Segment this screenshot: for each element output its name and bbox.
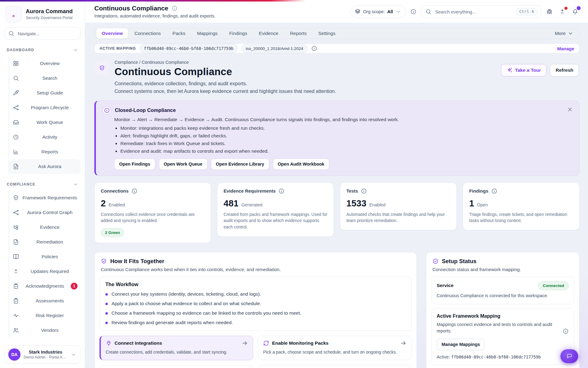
tab-findings[interactable]: Findings <box>224 28 253 39</box>
map-controls-to-evidence-card[interactable]: Map Controls to Evidence Choose a framew… <box>100 365 253 368</box>
sidebar-item-work-queue[interactable]: Work Queue <box>9 115 81 130</box>
close-icon[interactable] <box>566 105 574 114</box>
sidebar-item-search[interactable]: Search <box>9 71 81 86</box>
how-it-fits-panel: How It Fits Together Continuous Complian… <box>94 252 417 368</box>
file-check-icon <box>13 239 19 245</box>
sidebar-item-assessments[interactable]: Assessments <box>9 293 81 308</box>
stat-unit: Enabled <box>369 202 386 207</box>
hero-desc-1: Connections, evidence collection, findin… <box>115 80 336 88</box>
stat-card-connections: Connections 2Enabled Connections collect… <box>94 182 211 243</box>
tab-mappings[interactable]: Mappings <box>192 28 223 39</box>
brand-accent-strip <box>0 0 588 2</box>
info-icon[interactable] <box>563 328 569 334</box>
tabs-more-button[interactable]: More <box>555 30 577 36</box>
stat-unit: Generated <box>241 202 262 207</box>
tab-packs[interactable]: Packs <box>167 28 190 39</box>
take-a-tour-button[interactable]: Take a Tour <box>501 64 547 76</box>
clock-icon <box>13 134 19 140</box>
users-icon <box>13 327 19 333</box>
manage-mappings-button[interactable]: Manage Mappings <box>437 339 485 350</box>
workflow-step: Review findings and generate audit repor… <box>105 320 406 325</box>
rocket-icon <box>13 90 19 96</box>
sidebar-item-setup-guide[interactable]: Setup Guide <box>9 86 81 100</box>
open-findings-button[interactable]: Open Findings <box>114 159 155 170</box>
tab-overview[interactable]: Overview <box>96 28 128 39</box>
stat-title: Tests <box>346 188 358 194</box>
workflow-step: Choose a framework mapping so evidence c… <box>105 310 406 316</box>
info-icon[interactable] <box>410 9 417 15</box>
connected-badge: Connected <box>538 281 569 290</box>
review-findings-card[interactable]: Review Findings See issues found by auto… <box>258 365 411 368</box>
plus-minus-icon <box>13 268 19 274</box>
updates-diff-button[interactable] <box>558 7 567 16</box>
connect-integrations-card[interactable]: Connect Integrations Create connections,… <box>100 336 253 360</box>
org-scope-selector[interactable]: Org scope: All <box>350 6 406 18</box>
open-work-queue-button[interactable]: Open Work Queue <box>159 159 207 170</box>
info-icon[interactable] <box>172 5 178 11</box>
service-title: Service <box>437 283 454 288</box>
service-desc: Continuous Compliance is connected for t… <box>437 293 569 299</box>
sidebar-navigate-search[interactable] <box>4 27 81 40</box>
info-icon[interactable] <box>278 188 285 194</box>
global-search[interactable]: Ctrl K <box>421 5 541 18</box>
plus-minus-icon <box>559 9 565 15</box>
sidebar-item-program-lifecycle[interactable]: Program Lifecycle <box>9 100 81 115</box>
active-mapping-bar: ACTIVE MAPPING ffb06d40-89cc-46b0-bf68-1… <box>94 44 579 53</box>
sidebar-section-dashboard[interactable]: DASHBOARD <box>4 47 81 53</box>
tab-settings[interactable]: Settings <box>313 28 341 39</box>
tab-connections[interactable]: Connections <box>129 28 166 39</box>
stat-card-evidence-requirements: Evidence Requirements 481Generated Creat… <box>217 182 334 237</box>
sidebar-item-ask-aurora[interactable]: Ask Aurora <box>9 159 81 174</box>
stat-card-tests: Tests 1533Enabled Automated checks that … <box>340 182 457 230</box>
acknowledgments-count-badge: 1 <box>71 283 77 289</box>
sidebar-item-vendors[interactable]: Vendors <box>9 323 81 338</box>
sidebar: Aurora Command Security Governance Porta… <box>0 0 85 368</box>
sidebar-item-activity[interactable]: Activity <box>9 130 81 144</box>
layers-icon <box>355 9 361 15</box>
page-subtitle: Integrations, automated evidence, findin… <box>94 13 216 18</box>
sidebar-item-aurora-control-graph[interactable]: Aurora Control Graph <box>9 205 81 220</box>
how-it-fits-title: How It Fits Together <box>110 258 164 265</box>
sidebar-item-policies[interactable]: Policies <box>9 249 81 264</box>
sidebar-item-overview[interactable]: Overview <box>9 56 81 71</box>
tab-reports[interactable]: Reports <box>285 28 312 39</box>
mapping-id-chip: ffb06d40-89cc-46b0-bf68-106dc717759b <box>140 44 238 53</box>
notifications-button[interactable] <box>571 7 579 16</box>
callout-title: Closed-Loop Compliance <box>115 107 176 113</box>
org-scope-label: Org scope: <box>363 9 385 14</box>
sidebar-item-framework-requirements[interactable]: Framework Requirements <box>9 190 81 205</box>
arrow-right-icon <box>400 340 406 346</box>
book-open-icon <box>13 254 19 260</box>
debug-bug-button[interactable] <box>545 7 554 16</box>
sidebar-item-updates-required[interactable]: Updates Required <box>9 264 81 279</box>
global-search-input[interactable] <box>435 9 513 15</box>
compliance-nav-group: Framework Requirements Aurora Control Gr… <box>9 190 81 338</box>
sidebar-item-remediation[interactable]: Remediation <box>9 235 81 249</box>
manage-mapping-link[interactable]: Manage <box>557 46 574 51</box>
sidebar-item-acknowledgments[interactable]: Acknowledgments1 <box>9 279 81 293</box>
info-circle-icon <box>103 106 111 115</box>
shield-check-icon <box>101 258 107 264</box>
sidebar-item-evidence[interactable]: Evidence <box>9 220 81 235</box>
refresh-button[interactable]: Refresh <box>550 64 579 76</box>
setup-status-title: Setup Status <box>442 258 477 265</box>
sidebar-item-risk-register[interactable]: Risk Register <box>9 308 81 323</box>
info-icon[interactable] <box>491 188 497 194</box>
enable-monitoring-packs-card[interactable]: Enable Monitoring Packs Pick a pack, cho… <box>258 336 411 360</box>
info-icon[interactable] <box>131 188 138 194</box>
user-menu[interactable]: DA Stark Industries Demo Admin · Portal … <box>4 345 81 364</box>
open-audit-workbook-button[interactable]: Open Audit Workbook <box>273 159 329 170</box>
stat-desc: Connections collect evidence once creden… <box>101 212 205 224</box>
info-icon[interactable] <box>311 45 317 52</box>
info-icon[interactable] <box>361 188 367 194</box>
sidebar-item-reports[interactable]: Reports <box>9 144 81 159</box>
dashboard-nav-group: Overview Search Setup Guide Program Life… <box>9 56 81 174</box>
open-evidence-library-button[interactable]: Open Evidence Library <box>211 159 269 170</box>
chat-launcher-button[interactable] <box>560 349 578 363</box>
callout-bullet: Monitor: integrations and packs keep evi… <box>120 125 572 131</box>
tab-evidence[interactable]: Evidence <box>254 28 284 39</box>
navigate-input[interactable] <box>17 31 77 36</box>
sidebar-section-compliance[interactable]: COMPLIANCE <box>4 181 81 187</box>
red-notification-dot <box>564 7 567 10</box>
stat-unit: Enabled <box>108 202 125 207</box>
